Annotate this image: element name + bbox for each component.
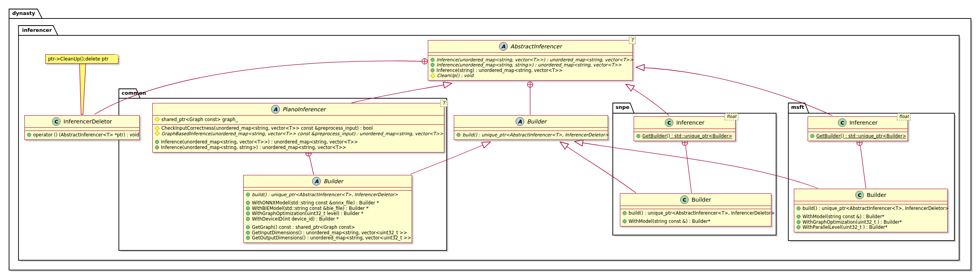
template-param-box: float <box>897 113 911 120</box>
method-row: Inference(unordered_map<string, string>)… <box>431 63 630 68</box>
public-icon <box>246 201 250 205</box>
method-row: operator () (AbstractInferencer<T> *ptr)… <box>27 132 137 138</box>
fields-compartment <box>620 206 771 209</box>
field-row: shared_ptr<Graph const> graph_ <box>155 117 442 122</box>
method-row: Inference(unordered_map<string, string>)… <box>155 145 442 150</box>
class-builder-abstract: A Builder build() : unique_ptr<AbstractI… <box>454 115 608 140</box>
method-text: WithParallelLevel(uint32_t ) : Builder* <box>802 224 888 230</box>
public-icon <box>797 206 801 210</box>
methods-compartment: operator () (AbstractInferencer<T> *ptr)… <box>25 131 139 140</box>
fields-compartment <box>428 52 632 55</box>
fields-compartment <box>25 127 139 131</box>
package-label-dynasty: dynasty <box>12 10 35 16</box>
package-label-msft: msft <box>791 104 804 110</box>
method-row: build() : unique_ptr<AbstractInferencer<… <box>797 206 945 211</box>
package-label-inferencer: inferencer <box>22 27 52 33</box>
protected-icon <box>430 73 435 78</box>
method-row: Inference(string) : unordered_map<string… <box>431 68 630 73</box>
method-text: WithGraphOptimization(uint32_t ) : Build… <box>802 219 902 225</box>
class-name: AbstractInferencer <box>510 43 562 50</box>
class-name: Inferencer <box>676 120 704 126</box>
class-snpe-builder: C Builder build() : unique_ptr<AbstractI… <box>620 193 771 226</box>
class-title: C Builder <box>794 189 947 201</box>
protected-icon <box>155 131 160 136</box>
class-snpe-inferencer: float C Inferencer GetBuilder() : std::u… <box>634 116 736 141</box>
class-name: Builder <box>692 197 711 203</box>
public-icon <box>246 236 250 240</box>
method-row: GetBuilder() : std::unique_ptr<Builder> <box>810 133 905 139</box>
class-name: PianoInferencer <box>283 106 326 112</box>
method-row: WithModel(string const &) : Builder* <box>797 214 945 220</box>
abstract-class-icon: A <box>499 42 508 51</box>
class-icon: C <box>52 117 61 126</box>
public-icon <box>797 225 801 229</box>
method-text: CleanUp() : void <box>437 73 473 78</box>
public-icon <box>457 133 460 137</box>
method-text: GetGraph() const : shared_ptr<Graph cons… <box>252 224 355 230</box>
method-text: Inference(unordered_map<string, string>)… <box>436 62 622 68</box>
method-text: GetOutputDimensions() : unordered_map<st… <box>252 235 411 241</box>
note-cleanup: ptr->CleanUp();delete ptr <box>45 54 118 64</box>
public-icon <box>246 225 250 229</box>
method-text: WithModel(string const &) : Builder* <box>802 214 884 219</box>
abstract-class-icon: A <box>516 117 524 126</box>
class-inferencer-deletor: C InferencerDeletor operator () (Abstrac… <box>24 115 140 140</box>
class-title: A Builder <box>244 175 412 187</box>
fields-compartment <box>244 187 412 190</box>
protected-icon <box>155 117 160 122</box>
class-piano-inferencer: T A PianoInferencer shared_ptr<Graph con… <box>152 103 444 153</box>
methods-compartment: build() : unique_ptr<AbstractInferencer<… <box>620 209 771 226</box>
class-name: Builder <box>324 178 343 184</box>
method-text: WithGraphOptimization(uint32_t level) : … <box>252 211 363 216</box>
class-icon: C <box>855 191 864 199</box>
public-icon <box>246 217 250 221</box>
public-icon <box>431 58 435 62</box>
method-text: WithDeviceID(int device_id) : Builder * <box>252 216 339 222</box>
methods-compartment: build() : unique_ptr<AbstractInferencer<… <box>794 204 947 232</box>
class-name: Builder <box>527 118 547 125</box>
class-title: C InferencerDeletor <box>25 116 139 127</box>
methods-compartment: GetBuilder() : std::unique_ptr<Builder> <box>808 132 908 141</box>
template-param-box: T <box>440 100 447 107</box>
method-text: operator () (AbstractInferencer<T> *ptr)… <box>33 132 139 138</box>
class-icon: C <box>680 195 689 204</box>
method-row: WithParallelLevel(uint32_t ) : Builder* <box>797 225 945 230</box>
class-title: C Builder <box>620 194 771 206</box>
method-row: WithGraphOptimization(uint32_t ) : Build… <box>797 219 945 225</box>
class-msft-inferencer: float C Inferencer GetBuilder() : std::u… <box>808 116 908 141</box>
note-text: ptr->CleanUp();delete ptr <box>48 56 109 62</box>
method-text: build() : unique_ptr<AbstractInferencer<… <box>252 192 398 197</box>
method-text: Inference(unordered_map<string, string>)… <box>161 145 346 150</box>
method-row: CheckInputCorrectness(unordered_map<stri… <box>155 126 442 131</box>
method-row: CleanUp() : void <box>431 73 630 79</box>
class-title: C Inferencer <box>634 117 735 129</box>
method-row: build() : unique_ptr<AbstractInferencer<… <box>457 132 605 138</box>
public-icon <box>623 211 627 215</box>
public-icon <box>431 68 435 72</box>
method-row: WithGraphOptimization(uint32_t level) : … <box>246 211 409 217</box>
abstract-class-icon: A <box>312 177 321 186</box>
class-icon: C <box>838 118 847 127</box>
methods-compartment: Inference(unordered_map<string, vector<T… <box>428 55 632 80</box>
method-text: WithONNXModel(std::string const &onnx_fi… <box>252 200 379 206</box>
method-row: GraphBasedInference(unordered_map<string… <box>155 131 442 136</box>
method-text: build() : unique_ptr<AbstractInferencer<… <box>802 206 949 211</box>
method-text: CheckInputCorrectness(unordered_map<stri… <box>161 125 373 131</box>
protected-icon <box>155 126 160 131</box>
public-icon <box>797 220 801 224</box>
package-label-common: common <box>122 90 146 96</box>
class-common-builder: A Builder build() : unique_ptr<AbstractI… <box>243 175 412 243</box>
class-msft-builder: C Builder build() : unique_ptr<AbstractI… <box>794 189 948 232</box>
class-title: A PianoInferencer <box>153 103 444 115</box>
method-row: WithBIEModel(std::string const &bie_file… <box>246 206 409 211</box>
method-row: WithDeviceID(int device_id) : Builder * <box>246 216 409 222</box>
method-row: GetBuilder() : std::unique_ptr<Builder> <box>636 133 733 139</box>
public-icon <box>797 215 801 219</box>
package-label-snpe: snpe <box>616 104 629 110</box>
class-icon: C <box>665 118 673 127</box>
public-icon <box>623 219 627 223</box>
public-icon <box>431 63 435 67</box>
fields-compartment <box>634 129 735 132</box>
method-text: WithModel(string const &) : Builder* <box>629 219 710 224</box>
class-name: InferencerDeletor <box>63 118 112 125</box>
